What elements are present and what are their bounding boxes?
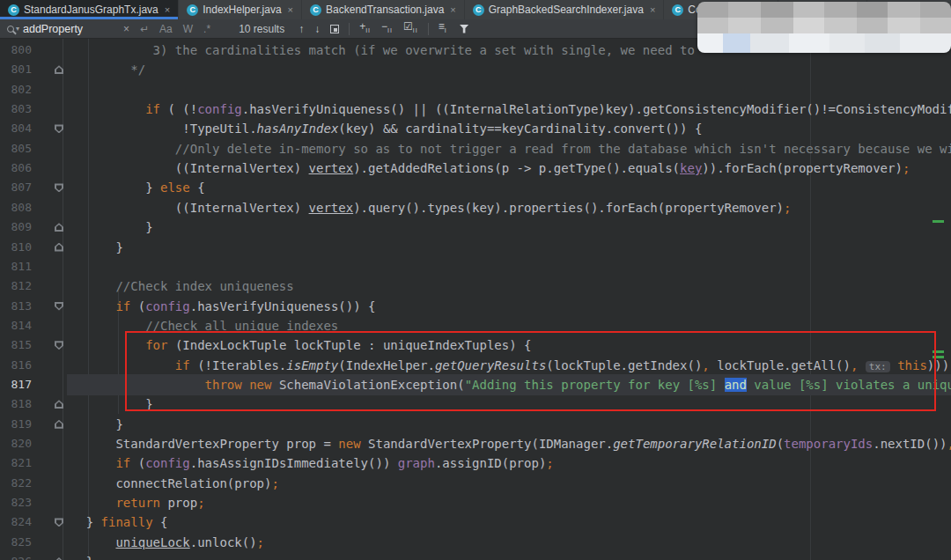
search-icon	[7, 26, 14, 33]
line-number: 813	[0, 297, 32, 316]
code-line-823[interactable]: 823 return prop;	[0, 493, 951, 512]
tab-standardjanusgraphtx-java[interactable]: CStandardJanusGraphTx.java×	[0, 0, 179, 19]
code-text: */	[56, 60, 145, 79]
next-occurrence-button[interactable]: ↓	[314, 19, 320, 39]
close-tab-icon[interactable]: ×	[165, 4, 170, 15]
line-number: 807	[0, 178, 32, 197]
find-input[interactable]	[23, 23, 118, 35]
line-number: 823	[0, 493, 32, 512]
filter-funnel-icon[interactable]	[460, 25, 469, 33]
code-text: throw new SchemaViolationException("Addi…	[56, 375, 951, 394]
line-number: 810	[0, 238, 32, 257]
regex-toggle[interactable]: .*	[203, 19, 210, 39]
code-editor[interactable]: 800 3) the cardinalities match (if we ov…	[0, 39, 951, 560]
words-toggle[interactable]: W	[183, 19, 193, 39]
code-line-805[interactable]: 805 //Only delete in-memory so as to not…	[0, 139, 951, 158]
line-number: 805	[0, 139, 32, 158]
clear-search-icon[interactable]: ×	[123, 19, 129, 39]
close-tab-icon[interactable]: ×	[450, 4, 455, 15]
code-line-802[interactable]: 802	[0, 80, 951, 99]
toggle-occurrence-button[interactable]: ☑II	[403, 17, 418, 41]
line-number: 818	[0, 394, 32, 414]
line-number: 819	[0, 415, 32, 434]
code-line-804[interactable]: 804 !TypeUtil.hasAnyIndex(key) && cardin…	[0, 119, 951, 138]
add-occurrence-button[interactable]: +II	[359, 17, 371, 41]
code-text: }	[56, 415, 123, 434]
code-text: if (config.hasAssignIDsImmediately()) gr…	[56, 453, 554, 473]
code-text: 3) the cardinalities match (if we overwr…	[56, 41, 695, 60]
line-number: 806	[0, 158, 32, 178]
java-class-icon: C	[187, 4, 198, 16]
line-number: 817	[0, 375, 32, 394]
code-text: }	[56, 238, 123, 257]
ide-window: CStandardJanusGraphTx.java×CIndexHelper.…	[0, 0, 951, 560]
code-line-810[interactable]: 810 }	[0, 238, 951, 257]
code-line-808[interactable]: 808 ((InternalVertex) vertex).query().ty…	[0, 198, 951, 217]
results-count: 10 results	[239, 23, 284, 35]
code-line-812[interactable]: 812 //Check index uniqueness	[0, 276, 951, 296]
code-line-821[interactable]: 821 if (config.hasAssignIDsImmediately()…	[0, 453, 951, 473]
line-number: 822	[0, 474, 32, 493]
java-class-icon: C	[8, 4, 19, 16]
line-number: 801	[0, 60, 32, 79]
code-line-806[interactable]: 806 ((InternalVertex) vertex).getAddedRe…	[0, 158, 951, 178]
code-line-813[interactable]: 813 if (config.hasVerifyUniqueness()) {	[0, 297, 951, 316]
code-text: if ( (!config.hasVerifyUniqueness() || (…	[56, 99, 951, 119]
java-class-icon: C	[672, 4, 683, 16]
search-options-caret-icon[interactable]: ▾	[16, 25, 19, 33]
code-line-819[interactable]: 819 }	[0, 415, 951, 434]
code-line-817[interactable]: 817 throw new SchemaViolationException("…	[0, 375, 951, 394]
code-line-815[interactable]: 815 for (IndexLockTuple lockTuple : uniq…	[0, 335, 951, 355]
code-line-818[interactable]: 818 }	[0, 394, 951, 414]
scrollbar-mark	[933, 356, 944, 358]
code-line-814[interactable]: 814 //Check all unique indexes	[0, 316, 951, 335]
code-text: } else {	[56, 178, 205, 197]
code-line-807[interactable]: 807 } else {	[0, 178, 951, 197]
code-line-803[interactable]: 803 if ( (!config.hasVerifyUniqueness() …	[0, 99, 951, 119]
code-text: !TypeUtil.hasAnyIndex(key) && cardinalit…	[56, 119, 702, 138]
line-number: 820	[0, 434, 32, 453]
line-number: 802	[0, 80, 32, 99]
line-number: 826	[0, 552, 32, 560]
code-line-825[interactable]: 825 uniqueLock.unlock();	[0, 533, 951, 552]
code-line-826[interactable]: 826 }	[0, 552, 951, 560]
filter-lines-icon[interactable]: ≡I	[439, 17, 447, 41]
code-text: }	[56, 217, 153, 237]
code-line-816[interactable]: 816 if (!Iterables.isEmpty(IndexHelper.g…	[0, 356, 951, 375]
previous-occurrence-button[interactable]: ↑	[299, 19, 304, 39]
code-text: if (config.hasVerifyUniqueness()) {	[56, 297, 375, 316]
code-line-820[interactable]: 820 StandardVertexProperty prop = new St…	[0, 434, 951, 453]
code-text: }	[56, 394, 153, 414]
line-number: 809	[0, 217, 32, 237]
search-match-highlight: and	[725, 378, 747, 392]
divider	[349, 23, 350, 35]
tab-label: GraphBackedSearchIndexer.java	[489, 4, 644, 16]
tab-label: BackendTransaction.java	[326, 4, 444, 16]
scrollbar-mark	[933, 220, 944, 223]
line-number: 804	[0, 119, 32, 138]
tab-graphbackedsearchindexer-java[interactable]: CGraphBackedSearchIndexer.java×	[465, 0, 665, 19]
match-case-toggle[interactable]: Aa	[159, 19, 173, 39]
code-line-801[interactable]: 801 */	[0, 60, 951, 79]
code-line-822[interactable]: 822 connectRelation(prop);	[0, 474, 951, 493]
close-tab-icon[interactable]: ×	[288, 4, 293, 15]
code-line-811[interactable]: 811	[0, 257, 951, 276]
parameter-hint: tx:	[866, 361, 890, 372]
java-class-icon: C	[473, 4, 484, 16]
line-number: 803	[0, 99, 32, 119]
code-text: return prop;	[56, 493, 205, 512]
code-text: }	[56, 552, 93, 560]
code-line-809[interactable]: 809 }	[0, 217, 951, 237]
scrollbar-mark	[933, 350, 944, 353]
close-tab-icon[interactable]: ×	[650, 4, 655, 15]
code-text: } finally {	[56, 512, 167, 532]
open-in-find-window-icon[interactable]	[330, 25, 339, 33]
line-number: 821	[0, 453, 32, 473]
line-number: 824	[0, 512, 32, 532]
line-number: 800	[0, 41, 32, 60]
tab-indexhelper-java[interactable]: CIndexHelper.java×	[179, 0, 302, 19]
line-number: 815	[0, 335, 32, 355]
code-line-824[interactable]: 824 } finally {	[0, 512, 951, 532]
remove-occurrence-button[interactable]: −II	[381, 17, 393, 41]
newline-icon[interactable]: ↵	[140, 19, 149, 39]
